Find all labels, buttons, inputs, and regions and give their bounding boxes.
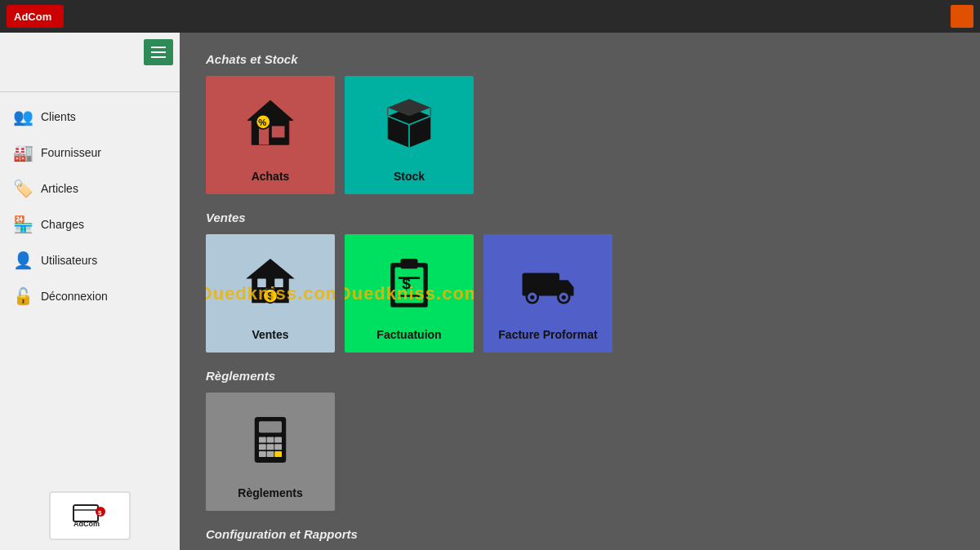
svg-point-26 — [530, 295, 534, 299]
main-layout: 👥Clients🏭Fournisseur🏷️Articles🏪Charges👤U… — [0, 33, 980, 550]
tile-stock[interactable]: Stock — [345, 76, 474, 194]
tile-ventes[interactable]: Ouedkniss.com $ Ventes — [206, 234, 335, 353]
close-button[interactable] — [951, 5, 973, 28]
tile-achats[interactable]: % Achats — [206, 76, 335, 194]
svg-rect-33 — [259, 444, 266, 450]
section-config-rapports: Configuration et Rapports Configuration … — [206, 527, 954, 550]
svg-rect-38 — [274, 451, 282, 457]
tile-reglements[interactable]: Règlements — [206, 393, 335, 511]
section-title-achats-stock: Achats et Stock — [206, 52, 954, 66]
menu-button[interactable] — [144, 39, 173, 65]
svg-text:AdCom: AdCom — [14, 11, 51, 23]
svg-rect-32 — [274, 437, 282, 443]
app-logo: AdCom — [7, 5, 64, 28]
utilisateurs-icon: 👤 — [13, 251, 33, 270]
title-bar: AdCom — [0, 0, 980, 33]
svg-rect-31 — [267, 437, 274, 443]
section-title-reglements: Règlements — [206, 369, 954, 383]
sidebar-item-articles[interactable]: 🏷️Articles — [0, 171, 180, 206]
svg-rect-35 — [274, 444, 282, 450]
section-reglements: Règlements Règlements — [206, 369, 954, 511]
deconnexion-icon: 🔓 — [13, 286, 33, 306]
sidebar-item-clients[interactable]: 👥Clients — [0, 99, 180, 135]
svg-rect-30 — [259, 437, 266, 443]
svg-rect-29 — [259, 421, 282, 432]
articles-label: Articles — [41, 182, 78, 195]
title-bar-left: AdCom — [7, 5, 64, 28]
tile-facture-proformat[interactable]: Facture Proformat — [483, 234, 612, 353]
svg-rect-2 — [74, 505, 98, 521]
charges-icon: 🏪 — [13, 215, 33, 234]
clients-icon: 👥 — [13, 107, 33, 126]
section-achats-stock: Achats et Stock % Achats Stock — [206, 52, 954, 194]
ventes-label: Ventes — [252, 328, 288, 341]
sidebar: 👥Clients🏭Fournisseur🏷️Articles🏪Charges👤U… — [0, 33, 180, 550]
facture-proformat-label: Facture Proformat — [498, 328, 597, 341]
svg-rect-36 — [259, 451, 266, 457]
svg-rect-13 — [257, 279, 266, 288]
svg-rect-14 — [274, 279, 283, 288]
ventes-icon: $ — [242, 253, 299, 323]
achats-icon: % — [242, 95, 299, 165]
tile-facturation[interactable]: Ouedkniss.com $ Factuatuion — [345, 234, 474, 353]
facturation-label: Factuatuion — [376, 328, 441, 341]
charges-label: Charges — [41, 218, 84, 231]
svg-rect-9 — [272, 126, 285, 138]
sidebar-item-charges[interactable]: 🏪Charges — [0, 206, 180, 242]
clients-label: Clients — [41, 110, 76, 123]
stock-icon — [381, 95, 438, 165]
section-ventes: VentesOuedkniss.com $ VentesOuedkniss.co… — [206, 211, 954, 353]
svg-point-27 — [562, 295, 566, 299]
sidebar-item-utilisateurs[interactable]: 👤Utilisateurs — [0, 242, 180, 278]
nav-items: 👥Clients🏭Fournisseur🏷️Articles🏪Charges👤U… — [0, 92, 180, 481]
articles-icon: 🏷️ — [13, 179, 33, 198]
sidebar-header — [0, 33, 180, 72]
sidebar-logo-area: $ AdCom — [0, 481, 180, 550]
tiles-row-ventes: Ouedkniss.com $ VentesOuedkniss.com $ Fa… — [206, 234, 954, 353]
sidebar-item-deconnexion[interactable]: 🔓Déconnexion — [0, 278, 180, 314]
user-info — [0, 72, 180, 92]
utilisateurs-label: Utilisateurs — [41, 254, 97, 267]
achats-label: Achats — [252, 170, 290, 183]
content-area: Achats et Stock % Achats StockVentesOued… — [180, 33, 980, 550]
svg-text:$: $ — [98, 509, 102, 517]
svg-rect-34 — [267, 444, 274, 450]
svg-rect-37 — [267, 451, 274, 457]
svg-text:%: % — [258, 118, 266, 127]
deconnexion-label: Déconnexion — [41, 290, 108, 303]
fournisseur-label: Fournisseur — [41, 146, 101, 159]
reglements-label: Règlements — [238, 486, 302, 499]
tiles-row-reglements: Règlements — [206, 393, 954, 511]
reglements-icon — [242, 411, 299, 481]
section-title-ventes: Ventes — [206, 211, 954, 224]
sidebar-item-fournisseur[interactable]: 🏭Fournisseur — [0, 135, 180, 171]
section-title-config-rapports: Configuration et Rapports — [206, 527, 954, 541]
facture-proformat-icon — [519, 253, 577, 323]
svg-text:AdCom: AdCom — [74, 520, 100, 528]
facturation-icon: $ — [381, 253, 438, 323]
sidebar-logo-box: $ AdCom — [49, 491, 131, 540]
svg-rect-19 — [401, 259, 418, 268]
fournisseur-icon: 🏭 — [13, 143, 33, 162]
logo-cart-icon: $ AdCom — [69, 503, 110, 528]
tiles-row-achats-stock: % Achats Stock — [206, 76, 954, 194]
stock-label: Stock — [394, 170, 425, 183]
svg-text:$: $ — [268, 291, 274, 302]
